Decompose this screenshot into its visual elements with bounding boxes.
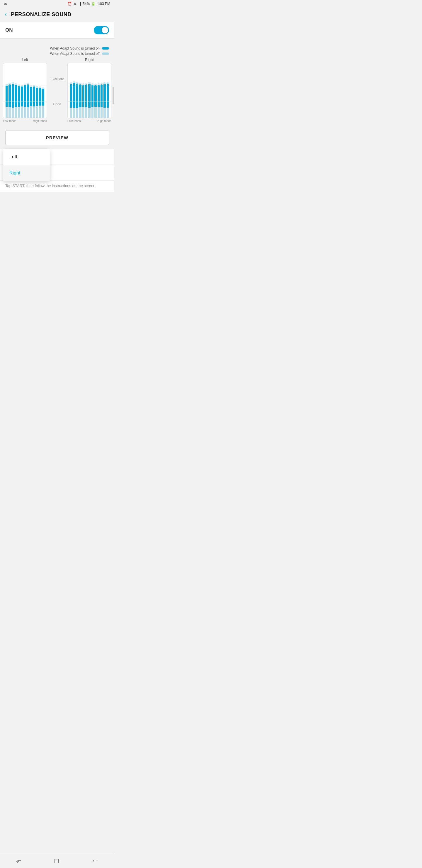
right-chart-area [67,63,111,118]
bar-column [36,65,38,118]
left-high-label: High tones [33,119,47,123]
left-low-label: Low tones [3,119,17,123]
toggle-row: ON [0,22,114,39]
charts-container: Left Low tones High tones Excellent Good… [0,58,114,127]
on-off-toggle[interactable] [94,26,109,34]
page-header: ‹ PERSONALIZE SOUND [0,7,114,22]
dropdown-item-left[interactable]: Left [3,149,50,165]
legend-off-dot [102,53,109,55]
bar-column [24,65,26,118]
bar-column [33,65,35,118]
bar-column [15,65,17,118]
toggle-label: ON [5,27,13,33]
right-x-labels: Low tones High tones [67,118,111,124]
bar-column [100,65,103,118]
battery-percent: 54% [83,2,90,6]
left-bars [6,65,44,118]
status-left: ✉ [4,2,7,6]
bar-column [42,65,44,118]
y-label-good: Good [53,102,61,106]
bar-column [8,65,10,118]
bar-column [83,65,85,118]
left-x-labels: Low tones High tones [3,118,47,124]
legend-off-text: When Adapt Sound is turned off [50,52,100,56]
bar-column [6,65,8,118]
mail-icon: ✉ [4,2,7,6]
network-icon: 4G [73,2,77,6]
dropdown-item-right[interactable]: Right [3,165,50,181]
right-bars [70,65,109,118]
bar-column [107,65,109,118]
bar-column [103,65,105,118]
legend-on-item: When Adapt Sound is turned on [50,46,109,51]
y-label-excellent: Excellent [51,77,64,81]
status-right: ⏰ 4G ▐ 54% 🔋 1:03 PM [67,2,110,6]
legend-section: When Adapt Sound is turned on When Adapt… [0,43,114,58]
left-chart-area [3,63,47,118]
right-chart: Right Low tones High tones [67,58,111,124]
bar-column [30,65,32,118]
preview-section: PREVIEW [0,127,114,149]
right-low-label: Low tones [67,119,81,123]
bar-column [27,65,29,118]
time: 1:03 PM [97,2,110,6]
bar-column [21,65,23,118]
bar-column [85,65,87,118]
bar-column [76,65,78,118]
legend-on-dot [102,47,109,50]
page-title: PERSONALIZE SOUND [11,11,71,18]
bar-column [73,65,75,118]
sub-description: Tap START, then follow the instructions … [0,181,114,192]
signal-icon: ▐ [79,2,82,6]
status-bar: ✉ ⏰ 4G ▐ 54% 🔋 1:03 PM [0,0,114,7]
preview-button[interactable]: PREVIEW [5,130,109,145]
legend-on-text: When Adapt Sound is turned on [50,46,100,51]
scrollbar [112,87,114,104]
bar-column [91,65,94,118]
menu-section: Left Right r calls nd Tap START, then fo… [0,149,114,192]
chart-y-labels: Excellent Good [47,58,67,124]
right-high-label: High tones [97,119,111,123]
bar-column [18,65,20,118]
dropdown-popup: Left Right [3,149,50,181]
bar-column [39,65,41,118]
right-chart-title: Right [67,58,111,62]
sub-desc-text: Tap START, then follow the instructions … [5,184,96,188]
alarm-icon: ⏰ [67,2,72,6]
bar-column [98,65,100,118]
left-chart: Left Low tones High tones [3,58,47,124]
left-chart-title: Left [3,58,47,62]
bar-column [70,65,72,118]
bar-column [94,65,96,118]
bar-column [79,65,81,118]
legend-off-item: When Adapt Sound is turned off [50,52,109,56]
back-button[interactable]: ‹ [5,10,7,18]
bar-column [88,65,90,118]
battery-icon: 🔋 [91,2,96,6]
bar-column [12,65,14,118]
